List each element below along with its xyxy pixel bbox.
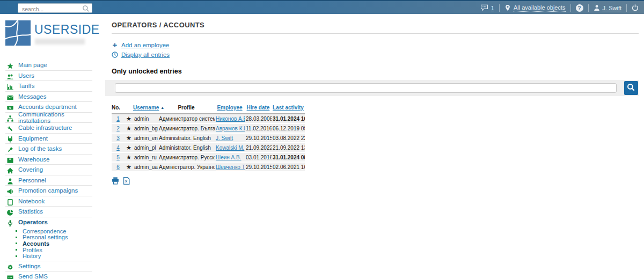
hire-date-cell: 11.02.2016 [245,124,272,134]
profile-cell: Администратор. Български [158,124,215,134]
add-employee-link[interactable]: Add an employee [121,42,170,48]
table-filter-input[interactable] [115,83,617,93]
employee-link[interactable]: Аврамов К.И. [216,126,245,131]
row-number-link[interactable]: 3 [116,135,120,141]
sidebar-item-notebook: Notebook [5,196,92,207]
last-activity-cell: 31.01.2024 10:25 [272,114,305,124]
hire-date-cell: 03.01.2016 [245,153,272,163]
sidebar-link[interactable]: Statistics [18,208,43,215]
employee-link[interactable]: Шевченко Т.Г. [216,164,245,170]
favorite-star-icon[interactable]: ★ [125,124,133,134]
submenu-link[interactable]: Correspondence [23,228,66,234]
sort-last-activity-link[interactable]: Last activity [273,105,304,111]
bullet-icon [16,230,17,232]
pie-chart-icon [7,208,13,215]
sidebar-link[interactable]: Equipment [18,135,48,142]
employee-link[interactable]: J. Swift [216,135,233,141]
bullet-icon [16,255,17,257]
favorite-star-icon[interactable]: ★ [125,114,133,124]
sidebar-link[interactable]: Warehouse [18,156,49,163]
submenu-link[interactable]: Profiles [23,247,42,253]
row-number-link[interactable]: 6 [116,164,120,170]
hire-date-cell: 21.09.2022 [245,143,272,153]
banknote-icon [7,104,13,110]
objects-label[interactable]: All available objects [514,4,566,12]
userside-logo-icon [5,20,31,48]
help-icon[interactable]: ? [576,4,583,12]
logout-icon[interactable] [632,4,639,12]
sidebar-link[interactable]: Notebook [18,198,45,204]
sidebar-item-send-sms: Send SMS [5,271,92,279]
submenu-link[interactable]: Personal settings [23,234,68,240]
sort-asc-icon: ▲ [160,106,164,109]
favorite-star-icon[interactable]: ★ [125,153,133,163]
username-cell: admin_bg [133,124,158,134]
employee-link[interactable]: Kowalski M. [216,145,244,151]
submenu-link[interactable]: History [23,253,41,259]
sidebar-link[interactable]: Users [18,72,34,79]
sidebar-link[interactable]: Main page [18,62,47,68]
sidebar-link[interactable]: Accounts department [18,104,77,110]
sidebar-link[interactable]: Covering [18,166,43,173]
notifications-button[interactable]: 1 [480,4,494,12]
sort-username-link[interactable]: Username [133,105,159,111]
table-search-button[interactable] [624,81,638,95]
row-number-link[interactable]: 5 [116,155,120,160]
excel-export-icon[interactable]: x [123,177,130,187]
submenu-link-accounts-active[interactable]: Accounts [23,240,49,247]
envelope-icon [7,93,13,100]
search-icon[interactable] [82,5,90,14]
sidebar-link[interactable]: Tariffs [18,83,34,89]
sort-employee-link[interactable]: Employee [217,105,242,111]
favorite-star-icon[interactable]: ★ [125,134,133,143]
row-number-link[interactable]: 4 [116,145,120,151]
sms-bubble-icon [7,274,13,279]
col-header-hire-date: Hire date [245,105,272,114]
table-header-row: No. Username ▲ Profile Employee Hire dat… [112,105,305,114]
submenu-item-accounts: Accounts [5,240,92,247]
favorite-star-icon[interactable]: ★ [125,163,133,172]
sidebar-link[interactable]: Communications installations [18,111,92,124]
sidebar-item-promotion-campaigns: Promotion campaigns [5,186,92,196]
megaphone-icon [7,187,13,194]
user-menu[interactable]: J. Swift [594,4,621,12]
sort-hire-date-link[interactable]: Hire date [247,105,270,111]
profile-cell: Administrator. English [158,143,215,153]
username-cell: admin_ru [133,153,158,163]
print-icon[interactable] [112,177,119,187]
employee-link[interactable]: Шеин А.В. [216,155,241,160]
col-header-username: Username ▲ [133,105,158,114]
clock-icon [112,52,118,58]
profile-cell: Администратор системы [158,114,215,124]
profile-cell: Administrator. English [158,134,215,143]
row-number-link[interactable]: 1 [116,116,120,122]
global-search-input[interactable] [18,5,92,13]
divider [588,4,589,12]
plus-icon: + [112,42,118,48]
sidebar-item-cable-infrastructure: Cable infrastructure [5,123,92,134]
sidebar-link[interactable]: Promotion campaigns [18,187,78,194]
sidebar-link[interactable]: Log of the tasks [18,145,62,152]
sidebar-link[interactable]: Messages [18,93,46,100]
row-number-link[interactable]: 2 [116,126,120,131]
submenu-item-profiles: Profiles [5,247,92,253]
employee-link[interactable]: Никонов А.В. [216,116,245,122]
sidebar-item-personnel: Personnel [5,175,92,186]
sidebar-link[interactable]: Cable infrastructure [18,124,72,131]
notification-count[interactable]: 1 [491,5,494,11]
filter-label: Only unlocked entries [112,68,644,75]
sidebar-item-communications-installations: Communications installations [5,113,92,123]
sidebar-link-operators[interactable]: Operators [18,219,48,225]
search-icon [627,83,635,93]
user-name[interactable]: J. Swift [603,5,621,11]
profile-cell: Администратор. Русский [158,153,215,163]
objects-selector[interactable]: All available objects [504,4,566,12]
display-all-entries-link[interactable]: Display all entries [121,52,170,58]
favorite-star-icon[interactable]: ★ [125,143,133,153]
sidebar-link-send-sms[interactable]: Send SMS [18,273,48,279]
sidebar-menu: Main page Users Tariffs Messages Account… [5,60,92,279]
col-header-last-activity: Last activity [272,105,305,114]
app-logo[interactable]: USERSIDE [5,20,100,48]
sidebar-link[interactable]: Personnel [18,177,46,183]
sidebar-link[interactable]: Settings [18,263,41,269]
